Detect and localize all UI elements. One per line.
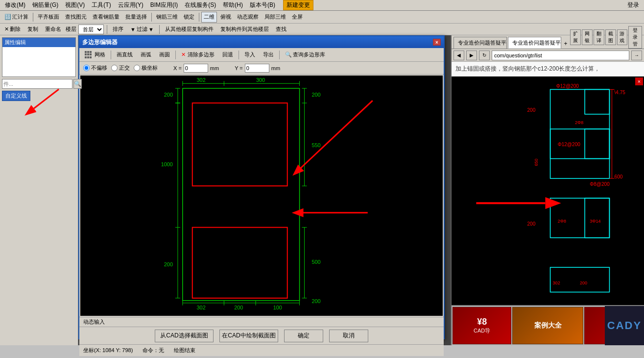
btn-batch-select[interactable]: 批量选择 <box>123 12 149 23</box>
btn-draw-in-cad[interactable]: 在CAD中绘制截面图 <box>219 330 278 342</box>
search-button[interactable]: 🔍 <box>73 79 82 89</box>
tab-1[interactable]: 专业造价问题答疑平台 × <box>453 37 507 49</box>
y-input[interactable] <box>245 64 269 73</box>
btn-rename[interactable]: 重命名 <box>43 24 64 35</box>
menu-login[interactable]: 登录 <box>624 0 642 10</box>
menu-bar: 修改(M) 钢筋量(G) 视图(V) 工具(T) 云应用(Y) BIM应用(I)… <box>0 0 644 11</box>
btn-games[interactable]: 游戏 <box>617 29 628 45</box>
svg-line-1 <box>27 89 59 114</box>
btn-view-rebar[interactable]: 查看钢筋量 <box>90 12 122 23</box>
radio-orthogonal[interactable]: 正交 <box>111 64 130 72</box>
btn-translate[interactable]: 翻译 <box>594 29 604 45</box>
btn-copy-to-layer[interactable]: 复制构件到其他楼层 <box>218 24 271 35</box>
btn-draw-arc[interactable]: 画弧 <box>137 50 155 60</box>
dialog-close-button[interactable]: × <box>433 39 441 46</box>
right-browser-panel: 专业造价问题答疑平台 × 专业造价问题答疑平台 × + 扩展 网银 翻译 截图 … <box>451 35 644 345</box>
btn-undo[interactable]: 回退 <box>219 50 237 60</box>
btn-top-view[interactable]: 俯视 <box>218 12 234 23</box>
right-panel-close[interactable]: × <box>635 77 643 85</box>
btn-grid[interactable]: 网格 <box>81 50 109 60</box>
btn-forward[interactable]: ▶ <box>466 51 477 60</box>
menu-modify[interactable]: 修改(M) <box>2 0 28 10</box>
menu-view[interactable]: 视图(V) <box>62 0 88 10</box>
btn-draw-circle[interactable]: 画圆 <box>156 50 173 60</box>
svg-text:Φ12@200: Φ12@200 <box>558 142 581 147</box>
sidebar-panel: 属性编辑 🔍 自定义线 <box>0 35 78 345</box>
drawing-status: 绘图结束 <box>174 347 195 354</box>
layer-label: 楼层 <box>66 26 76 33</box>
btn-2d[interactable]: 二维 <box>201 12 217 23</box>
btn-back[interactable]: ◀ <box>453 51 464 60</box>
btn-find[interactable]: 查找 <box>273 24 289 35</box>
btn-clear-polygon[interactable]: ✕ 清除多边形 <box>178 50 218 60</box>
svg-text:200: 200 <box>527 221 536 227</box>
question-text: 加上锚固或搭接，竖向钢筋那个c12-200长度怎么计算， <box>452 62 644 77</box>
btn-draw-line[interactable]: 画直线 <box>113 50 136 60</box>
dialog-status-bar: 坐标(X: 1084 Y: 798) 命令：无 绘图结束 <box>79 344 444 356</box>
sep-dt4 <box>279 51 280 59</box>
btn-screenshot[interactable]: 截图 <box>605 29 616 45</box>
menu-online[interactable]: 在线服务(S) <box>182 0 219 10</box>
btn-lock[interactable]: 锁定 <box>181 12 197 23</box>
btn-copy[interactable]: 复制 <box>25 24 41 35</box>
svg-text:550: 550 <box>311 142 320 148</box>
polygon-editor-dialog: 多边形编辑器 × 网格 <box>78 35 445 339</box>
btn-local-3d[interactable]: 局部三维 <box>262 12 288 23</box>
new-tab-button[interactable]: + <box>562 39 570 49</box>
svg-text:200: 200 <box>311 92 320 98</box>
layer-bar: ✕ 删除 复制 重命名 楼层 首层 排序 ▼ 过滤 ▼ 从其他楼层复制构件 复制… <box>0 24 644 35</box>
menu-bim[interactable]: BIM应用(I) <box>147 0 181 10</box>
coords-status: 坐标(X: 1084 Y: 798) <box>83 347 133 354</box>
cad-canvas[interactable]: 302 300 200 200 <box>80 76 443 316</box>
menu-version[interactable]: 版本号(B) <box>247 0 278 10</box>
svg-text:Φ12@200: Φ12@200 <box>556 83 579 89</box>
btn-web[interactable]: 网银 <box>582 29 593 45</box>
btn-calc[interactable]: 🔢 汇计算 <box>2 12 31 23</box>
btn-flat-plate[interactable]: 平齐板面 <box>35 12 62 23</box>
btn-delete[interactable]: ✕ 删除 <box>2 24 23 35</box>
btn-sort[interactable]: 排序 <box>110 24 126 35</box>
menu-new-change[interactable]: 新建变更 <box>283 0 313 10</box>
btn-import[interactable]: 导入 <box>241 50 259 60</box>
svg-rect-2 <box>80 76 443 315</box>
menu-tools[interactable]: 工具(T) <box>89 0 114 10</box>
btn-fullscreen[interactable]: 全屏 <box>289 12 305 23</box>
menu-rebar[interactable]: 钢筋量(G) <box>29 0 61 10</box>
btn-rebar-3d[interactable]: 钢筋三维 <box>154 12 180 23</box>
x-input[interactable] <box>184 64 208 73</box>
btn-dynamic-view[interactable]: 动态观察 <box>235 12 261 23</box>
btn-go[interactable]: → <box>631 51 642 60</box>
btn-login-browser[interactable]: 登录管 <box>628 26 642 49</box>
sep-dt3 <box>239 51 239 59</box>
layer-select[interactable]: 首层 <box>78 25 104 34</box>
btn-refresh[interactable]: ↻ <box>479 51 490 60</box>
btn-expand[interactable]: 扩展 <box>570 29 581 45</box>
btn-copy-from-layer[interactable]: 从其他楼层复制构件 <box>163 24 216 35</box>
radio-polar[interactable]: 极坐标 <box>134 64 158 72</box>
browser-address-bar: ◀ ▶ ↻ → <box>452 49 644 62</box>
btn-cancel[interactable]: 取消 <box>329 330 368 342</box>
radio-no-offset[interactable]: 不偏移 <box>83 64 107 72</box>
props-title: 属性编辑 <box>2 38 75 47</box>
menu-cloud[interactable]: 云应用(Y) <box>115 0 146 10</box>
svg-text:\4.75: \4.75 <box>615 90 626 96</box>
btn-ok[interactable]: 确定 <box>284 330 323 342</box>
props-body <box>2 47 75 77</box>
dialog-title-bar[interactable]: 多边形编辑器 × <box>79 36 444 48</box>
btn-query-polygon[interactable]: 🔍 查询多边形库 <box>282 50 329 60</box>
tab-2[interactable]: 专业造价问题答疑平台 × <box>508 37 561 49</box>
btn-export[interactable]: 导出 <box>260 50 277 60</box>
btn-select-from-cad[interactable]: 从CAD选择截面图 <box>155 330 214 342</box>
svg-text:100: 100 <box>273 305 282 310</box>
svg-text:200: 200 <box>311 298 320 304</box>
dialog-toolbar: 网格 画直线 画弧 画圆 ✕ 清除多边形 <box>79 48 444 62</box>
sep-1 <box>33 13 33 22</box>
btn-filter[interactable]: ▼ 过滤 ▼ <box>128 24 156 35</box>
menu-help[interactable]: 帮助(H) <box>220 0 246 10</box>
ad-item-1[interactable]: ¥8 CAD导 <box>453 307 511 344</box>
address-input[interactable] <box>492 51 629 60</box>
sep-dt1 <box>111 51 111 59</box>
ad-item-2[interactable]: 案例大全 <box>512 307 583 344</box>
svg-rect-48 <box>452 79 644 302</box>
btn-find-element[interactable]: 查找图元 <box>63 12 89 23</box>
